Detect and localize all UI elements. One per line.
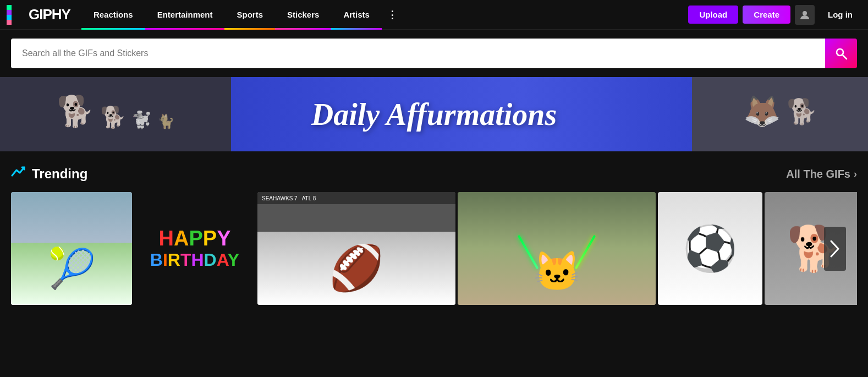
gif-card-soccer[interactable]: ⚽ — [658, 192, 762, 305]
nav-item-artists[interactable]: Artists — [331, 0, 382, 30]
trending-arrow-icon — [11, 165, 26, 180]
login-button[interactable]: Log in — [819, 6, 861, 24]
nav-item-sports[interactable]: Sports — [224, 0, 275, 30]
trending-section: Trending All The GIFs › 🎾 — [0, 151, 868, 305]
person-icon — [799, 9, 810, 20]
svg-rect-0 — [7, 5, 12, 10]
all-gifs-label: All The GIFs — [786, 168, 850, 181]
trending-title: Trending — [32, 166, 87, 182]
main-nav: Reactions Entertainment Sports Stickers … — [81, 0, 689, 30]
gif-birthday-content: HAPPY BIRTHDAY — [134, 192, 255, 305]
banner-right-dogs: 🦊 🐕 — [692, 77, 868, 151]
banner-left-dogs: 🐕 🐕 🐩 🐈 — [0, 77, 231, 151]
birthday-text: HAPPY BIRTHDAY — [150, 227, 239, 270]
gif-card-birthday[interactable]: HAPPY BIRTHDAY — [134, 192, 255, 305]
gif-grid: 🎾 HAPPY BIRTHDAY — [11, 192, 857, 305]
header-right: Upload Create Log in — [688, 5, 861, 25]
svg-rect-1 — [7, 10, 12, 15]
trending-icon — [11, 165, 26, 183]
trending-title-area: Trending — [11, 165, 87, 183]
svg-rect-2 — [7, 15, 12, 20]
user-icon[interactable] — [795, 5, 815, 25]
nav-item-stickers[interactable]: Stickers — [275, 0, 331, 30]
chevron-right-icon — [830, 240, 840, 258]
gif-scroll-wrapper: 🎾 HAPPY BIRTHDAY — [11, 192, 857, 305]
gif-cats-content: 🐱 — [458, 192, 656, 305]
gif-tennis-content: 🎾 — [11, 192, 132, 305]
chevron-right-icon: › — [854, 168, 857, 180]
all-gifs-link[interactable]: All The GIFs › — [786, 168, 857, 181]
search-area — [0, 30, 868, 77]
giphy-logo-icon — [7, 5, 26, 25]
nav-item-reactions[interactable]: Reactions — [81, 0, 145, 30]
trending-header: Trending All The GIFs › — [11, 165, 857, 183]
daily-affurmations-banner[interactable]: 🐕 🐕 🐩 🐈 🦊 🐕 Daily Affurmations — [0, 77, 868, 151]
nav-item-entertainment[interactable]: Entertainment — [145, 0, 225, 30]
logo-text: GIPHY — [29, 6, 70, 23]
header: GIPHY Reactions Entertainment Sports Sti… — [0, 0, 868, 30]
svg-point-4 — [803, 11, 807, 15]
svg-rect-3 — [7, 20, 12, 25]
search-button[interactable] — [825, 39, 857, 68]
gif-soccer-content: ⚽ — [658, 192, 762, 305]
logo[interactable]: GIPHY — [7, 5, 70, 25]
next-button[interactable] — [824, 227, 846, 271]
search-input[interactable] — [11, 39, 825, 68]
banner-content: 🐕 🐕 🐩 🐈 🦊 🐕 Daily Affurmations — [0, 77, 868, 151]
gif-card-football[interactable]: SEAHAWKS 7ATL 8 🏈 — [257, 192, 455, 305]
create-button[interactable]: Create — [743, 6, 790, 24]
gif-card-cats[interactable]: 🐱 — [458, 192, 656, 305]
search-icon — [834, 47, 848, 60]
nav-more-button[interactable]: ⋮ — [382, 0, 403, 30]
gif-card-tennis[interactable]: 🎾 — [11, 192, 132, 305]
search-wrapper — [11, 39, 857, 68]
gif-football-content: SEAHAWKS 7ATL 8 🏈 — [257, 192, 455, 305]
banner-title: Daily Affurmations — [311, 97, 557, 132]
svg-line-6 — [843, 55, 847, 59]
upload-button[interactable]: Upload — [688, 6, 738, 24]
